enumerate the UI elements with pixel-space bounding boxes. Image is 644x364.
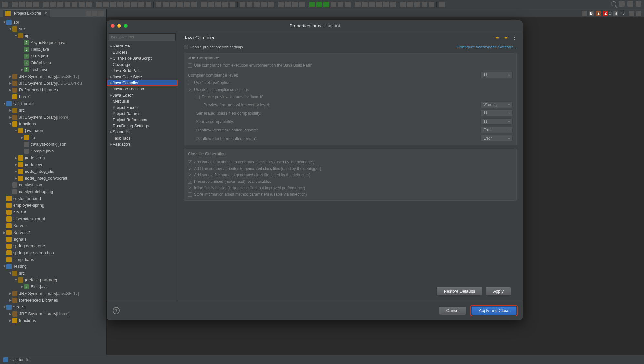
tree-row[interactable]: spring-demo-one <box>0 243 106 249</box>
toolbar-icon[interactable] <box>247 2 252 7</box>
tree-row[interactable]: First.java <box>0 283 106 290</box>
category-row[interactable]: Project References <box>107 117 178 123</box>
toolbar-icon[interactable] <box>72 2 77 7</box>
expand-arrow-icon[interactable] <box>8 292 12 295</box>
toolbar-icon[interactable] <box>331 2 336 7</box>
toolbar-icon[interactable] <box>12 2 18 7</box>
expand-arrow-icon[interactable] <box>8 81 12 85</box>
generated-compat-combo[interactable]: 11 <box>480 110 513 116</box>
toolbar-icon[interactable] <box>627 1 633 7</box>
expand-arrow-icon[interactable] <box>109 93 113 97</box>
window-maximize-button[interactable] <box>124 24 128 28</box>
category-row[interactable]: Javadoc Location <box>107 86 178 92</box>
toolbar-icon[interactable] <box>163 2 169 7</box>
run-icon[interactable] <box>316 2 322 7</box>
toolbar-icon[interactable] <box>96 2 102 7</box>
expand-arrow-icon[interactable] <box>8 312 12 316</box>
expand-arrow-icon[interactable] <box>20 285 24 288</box>
expand-arrow-icon[interactable] <box>14 163 18 166</box>
tree-row[interactable]: spring-mvc-demo-bas <box>0 249 106 256</box>
tree-row[interactable]: api <box>0 32 106 39</box>
run-icon[interactable] <box>309 2 315 7</box>
toolbar-icon[interactable] <box>146 2 151 7</box>
configure-workspace-link[interactable]: Configure Workspace Settings... <box>457 45 517 49</box>
tree-row[interactable]: hib_tut <box>0 209 106 215</box>
toolbar-icon[interactable] <box>177 2 183 7</box>
tree-row[interactable]: Referenced Libraries <box>0 297 106 304</box>
collapse-icon[interactable] <box>86 11 91 16</box>
expand-arrow-icon[interactable] <box>14 156 18 160</box>
tree-row[interactable]: Servers <box>0 222 106 229</box>
tree-row[interactable]: Test.java <box>0 66 106 73</box>
menu-icon[interactable] <box>98 11 104 16</box>
expand-arrow-icon[interactable] <box>14 176 18 180</box>
expand-arrow-icon[interactable] <box>3 102 6 105</box>
tree-row[interactable]: node_integ_convocraft <box>0 175 106 182</box>
close-icon[interactable]: ✕ <box>44 11 47 16</box>
tree-row[interactable]: Servers2 <box>0 229 106 236</box>
tree-row[interactable]: catalyst-debug.log <box>0 188 106 195</box>
toolbar-icon[interactable] <box>292 2 298 7</box>
toolbar-icon[interactable] <box>285 2 291 7</box>
category-row[interactable]: SonarLint <box>107 129 178 135</box>
tree-row[interactable]: java_cron <box>0 127 106 134</box>
toolbar-icon[interactable] <box>19 2 25 7</box>
toolbar-icon[interactable] <box>362 2 368 7</box>
expand-arrow-icon[interactable] <box>14 170 18 173</box>
toolbar-icon[interactable] <box>43 2 49 7</box>
category-row[interactable]: Java Code Style <box>107 74 178 80</box>
expand-arrow-icon[interactable] <box>8 75 12 78</box>
tree-row[interactable]: Sample.java <box>0 148 106 154</box>
tree-row[interactable]: src <box>0 107 106 114</box>
category-row[interactable]: Mercurial <box>107 98 178 104</box>
link-icon[interactable] <box>92 11 97 16</box>
expand-arrow-icon[interactable] <box>8 271 12 275</box>
toolbar-icon[interactable] <box>369 2 375 7</box>
expand-arrow-icon[interactable] <box>8 88 12 92</box>
tree-row[interactable]: JRE System Library [Home] <box>0 310 106 317</box>
tree-row[interactable]: tun_cli <box>0 304 106 310</box>
toolbar-icon[interactable] <box>2 2 8 7</box>
expand-arrow-icon[interactable] <box>20 136 24 139</box>
tree-row[interactable]: node_cron <box>0 154 106 161</box>
toolbar-icon[interactable] <box>636 1 641 7</box>
category-row[interactable]: Validation <box>107 141 178 147</box>
tree-row[interactable]: JRE System Library [JavaSE-17] <box>0 73 106 80</box>
expand-arrow-icon[interactable] <box>8 109 12 112</box>
java-build-path-link[interactable]: 'Java Build Path' <box>283 63 312 68</box>
tree-row[interactable]: node_eve <box>0 161 106 168</box>
toolbar-icon[interactable] <box>26 2 32 7</box>
tree-row[interactable]: lib <box>0 134 106 141</box>
tree-row[interactable]: OkApi.java <box>0 59 106 66</box>
category-row[interactable]: Task Tags <box>107 135 178 141</box>
tree-row[interactable]: Referenced Libraries <box>0 87 106 93</box>
window-close-button[interactable] <box>111 24 115 28</box>
toolbar-icon[interactable] <box>414 2 420 7</box>
tree-row[interactable]: catalyst.json <box>0 182 106 188</box>
expand-arrow-icon[interactable] <box>109 44 113 48</box>
tree-row[interactable]: api <box>0 19 106 26</box>
run-icon[interactable] <box>323 2 329 7</box>
toolbar-icon[interactable] <box>103 2 109 7</box>
expand-arrow-icon[interactable] <box>8 122 12 126</box>
tree-row[interactable]: Testing <box>0 263 106 270</box>
tree-row[interactable]: (default package) <box>0 276 106 283</box>
tree-row[interactable]: functions <box>0 120 106 127</box>
toolbar-icon[interactable] <box>124 2 130 7</box>
category-row[interactable]: Java Compiler <box>107 80 178 86</box>
expand-arrow-icon[interactable] <box>3 231 6 234</box>
toolbar-icon[interactable] <box>131 2 137 7</box>
expand-arrow-icon[interactable] <box>20 68 24 71</box>
category-row[interactable]: Project Facets <box>107 104 178 110</box>
toolbar-icon[interactable] <box>345 2 351 7</box>
category-row[interactable]: Coverage <box>107 61 178 68</box>
disallow-enum-combo[interactable]: Error <box>480 135 513 141</box>
search-icon[interactable] <box>611 1 616 6</box>
tree-row[interactable]: src <box>0 270 106 276</box>
apply-and-close-button[interactable]: Apply and Close <box>471 306 517 315</box>
tree-row[interactable]: Main.java <box>0 53 106 59</box>
tree-row[interactable]: functions <box>0 317 106 324</box>
toolbar-icon[interactable] <box>582 11 587 16</box>
toolbar-icon[interactable] <box>619 1 625 7</box>
expand-arrow-icon[interactable] <box>8 115 12 119</box>
